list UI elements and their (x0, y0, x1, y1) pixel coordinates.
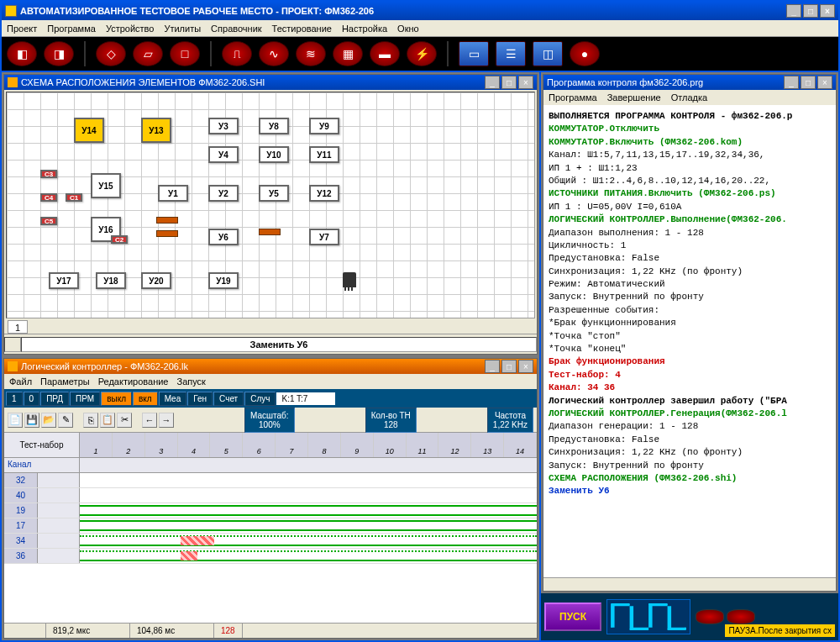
close-button[interactable]: × (820, 4, 835, 18)
lt-save-icon[interactable]: 💾 (24, 413, 39, 428)
lt-paste-icon[interactable]: 📋 (100, 413, 115, 428)
logic-btn-ПРМ[interactable]: ПРМ (70, 392, 100, 406)
logic-menu-Файл[interactable]: Файл (9, 376, 32, 387)
ctrl-btn-1[interactable] (696, 609, 724, 624)
logic-btn-1[interactable]: 1 (6, 392, 23, 406)
toolbar-btn-10[interactable]: ▬ (370, 41, 400, 66)
schematic-canvas[interactable]: У14У13У3У8У9У4У10У11У15У1У2У5У12У16У6У7У… (6, 92, 535, 318)
logic-btn-ПРД[interactable]: ПРД (40, 392, 69, 406)
prog-close[interactable]: × (817, 76, 832, 89)
logic-btn-0[interactable]: 0 (24, 392, 40, 406)
toolbar-btn-12[interactable]: ● (570, 41, 600, 66)
chip-У6[interactable]: У6 (208, 229, 239, 245)
menu-Устройство[interactable]: Устройство (106, 24, 155, 34)
logic-menu-Запуск[interactable]: Запуск (176, 376, 205, 387)
component-C1[interactable]: C1 (66, 193, 82, 202)
toolbar-btn-4[interactable]: ▱ (133, 41, 163, 66)
prog-minimize[interactable]: _ (784, 76, 799, 89)
menu-Настройка[interactable]: Настройка (342, 24, 387, 34)
lt-right-icon[interactable]: → (159, 413, 174, 428)
lt-left-icon[interactable]: ← (142, 413, 157, 428)
lt-open-icon[interactable]: 📂 (41, 413, 56, 428)
chip-У5[interactable]: У5 (259, 185, 289, 202)
chip-У4[interactable]: У4 (208, 146, 239, 163)
component-C3[interactable]: C3 (40, 170, 57, 178)
ctrl-btn-2[interactable] (727, 609, 755, 624)
chip-У14[interactable]: У14 (74, 118, 104, 143)
menu-Утилиты[interactable]: Утилиты (164, 24, 201, 34)
logic-menu-Редактирование[interactable]: Редактирование (98, 376, 169, 387)
toolbar-btn-11[interactable]: ⚡ (407, 41, 437, 66)
footer-btn-left[interactable] (4, 337, 21, 352)
component-C5[interactable]: C5 (40, 217, 57, 225)
logic-menu-Параметры[interactable]: Параметры (40, 376, 90, 387)
menu-Программа[interactable]: Программа (47, 24, 96, 34)
prog-menu-Программа[interactable]: Программа (549, 92, 597, 103)
logic-btn-Ген[interactable]: Ген (187, 392, 213, 406)
resistor-2[interactable] (259, 229, 281, 235)
schematic-close[interactable]: × (518, 76, 533, 89)
toolbar-btn-9[interactable]: ▦ (333, 41, 363, 66)
chip-У9[interactable]: У9 (309, 118, 339, 134)
chip-У19[interactable]: У19 (208, 272, 239, 289)
logic-btn-Случ[interactable]: Случ (244, 392, 276, 406)
toolbar-btn-5[interactable]: □ (170, 41, 200, 66)
toolbar-btn-8[interactable]: ≋ (296, 41, 326, 66)
prog-menu-Отладка[interactable]: Отладка (671, 92, 707, 103)
logic-btn-Счет[interactable]: Счет (213, 392, 244, 406)
chip-У17[interactable]: У17 (49, 272, 79, 289)
chip-У13[interactable]: У13 (141, 118, 171, 143)
menu-Тестирование[interactable]: Тестирование (272, 24, 332, 34)
prog-line: КОММУТАТОР.Включить (ФМ362-206.kom) (549, 136, 831, 149)
toolbar-btn-6[interactable]: ⎍ (222, 41, 252, 66)
chip-У15[interactable]: У15 (91, 173, 121, 198)
chip-У3[interactable]: У3 (208, 118, 239, 134)
prog-scrollbar[interactable] (543, 577, 836, 591)
chip-У12[interactable]: У12 (309, 185, 339, 202)
logic-minimize[interactable]: _ (485, 360, 500, 373)
logic-maximize[interactable]: □ (501, 360, 517, 373)
logic-grid[interactable]: Тест-набор 1234567891011121314 Канал 324… (4, 433, 537, 623)
logic-btn-выкл[interactable]: выкл (101, 392, 132, 406)
toolbar-btn-window-2[interactable]: ☰ (496, 41, 526, 66)
chip-У10[interactable]: У10 (259, 146, 289, 163)
transistor[interactable] (343, 272, 356, 287)
resistor-0[interactable] (156, 217, 178, 224)
chip-У7[interactable]: У7 (309, 229, 339, 245)
resistor-1[interactable] (156, 230, 178, 237)
toolbar-btn-3[interactable]: ◇ (96, 41, 126, 66)
schematic-tab[interactable]: 1 (8, 320, 28, 334)
component-C2[interactable]: C2 (111, 235, 128, 244)
chip-У11[interactable]: У11 (309, 146, 339, 163)
prog-output[interactable]: ВЫПОЛНЯЕТСЯ ПРОГРАММА КОНТРОЛЯ - фм362-2… (543, 105, 836, 577)
lt-new-icon[interactable]: 📄 (8, 413, 23, 428)
toolbar-btn-window-3[interactable]: ◫ (533, 41, 563, 66)
lt-copy-icon[interactable]: ⎘ (83, 413, 98, 428)
logic-btn-Меа[interactable]: Меа (159, 392, 187, 406)
toolbar-btn-7[interactable]: ∿ (259, 41, 289, 66)
toolbar-btn-2[interactable]: ◨ (44, 41, 74, 66)
prog-menu-Завершение[interactable]: Завершение (607, 92, 661, 103)
toolbar-btn-window-1[interactable]: ▭ (459, 41, 489, 66)
component-C4[interactable]: C4 (40, 193, 57, 202)
lt-tool-icon[interactable]: ✎ (58, 413, 73, 428)
logic-close[interactable]: × (518, 360, 533, 373)
start-button[interactable]: ПУСК (544, 603, 601, 631)
schematic-minimize[interactable]: _ (485, 76, 500, 89)
chip-У1[interactable]: У1 (158, 185, 188, 202)
minimize-button[interactable]: _ (786, 4, 801, 18)
logic-btn-вкл[interactable]: вкл (133, 392, 158, 406)
chip-У2[interactable]: У2 (208, 185, 239, 202)
maximize-button[interactable]: □ (803, 4, 818, 18)
menu-Проект[interactable]: Проект (7, 24, 37, 34)
toolbar-btn-1[interactable]: ◧ (7, 41, 37, 66)
schematic-maximize[interactable]: □ (501, 76, 517, 89)
menu-Окно[interactable]: Окно (397, 24, 419, 34)
row-label-17: 17 (4, 518, 38, 533)
chip-У18[interactable]: У18 (96, 272, 126, 289)
lt-cut-icon[interactable]: ✂ (117, 413, 132, 428)
chip-У8[interactable]: У8 (259, 118, 289, 134)
chip-У20[interactable]: У20 (141, 272, 171, 289)
menu-Справочник[interactable]: Справочник (211, 24, 262, 34)
prog-maximize[interactable]: □ (801, 76, 816, 89)
